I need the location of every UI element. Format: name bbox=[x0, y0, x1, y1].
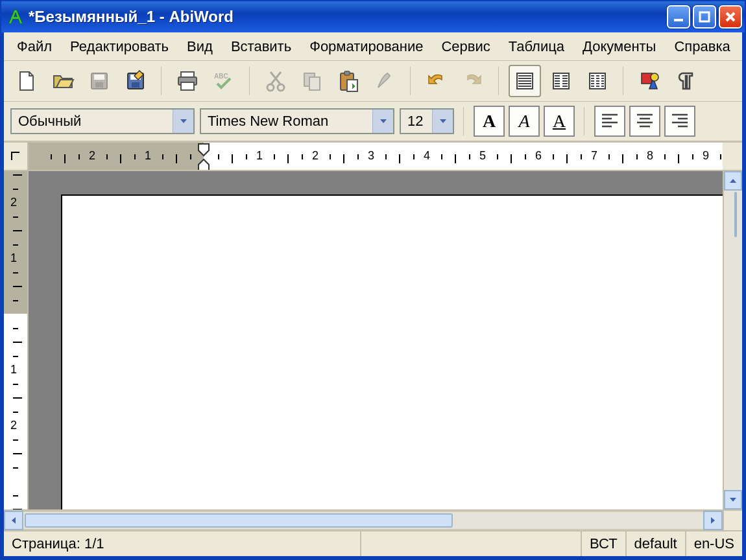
open-button[interactable] bbox=[47, 65, 79, 97]
vertical-scrollbar[interactable] bbox=[723, 171, 742, 509]
chevron-down-icon[interactable] bbox=[372, 110, 393, 133]
save-button[interactable] bbox=[83, 65, 115, 97]
scroll-left-button[interactable] bbox=[4, 511, 23, 530]
toolbar-separator bbox=[584, 107, 585, 135]
indent-marker[interactable] bbox=[197, 143, 210, 170]
columns-3-button[interactable] bbox=[581, 65, 614, 97]
app-chrome: Файл Редактировать Вид Вставить Форматир… bbox=[0, 32, 746, 560]
paragraph-marks-button[interactable] bbox=[669, 65, 702, 97]
paste-button[interactable] bbox=[332, 65, 365, 97]
ruler-number: 1 bbox=[10, 363, 17, 377]
ruler-tick bbox=[357, 154, 359, 159]
toolbar-separator bbox=[623, 67, 624, 95]
vertical-ruler[interactable]: 2112 bbox=[4, 171, 29, 509]
ruler-tick bbox=[13, 174, 22, 176]
titlebar: *Безымянный_1 - AbiWord bbox=[0, 0, 746, 32]
status-language[interactable]: en-US bbox=[686, 531, 742, 556]
ruler-tick bbox=[190, 154, 191, 159]
columns-2-button[interactable] bbox=[545, 65, 577, 97]
ruler-tick bbox=[664, 154, 666, 159]
menu-format[interactable]: Форматирование bbox=[300, 34, 432, 59]
toolbar-separator bbox=[463, 107, 464, 135]
menu-file[interactable]: Файл bbox=[8, 34, 61, 59]
ruler-tick bbox=[455, 154, 456, 163]
maximize-button[interactable] bbox=[693, 5, 716, 29]
ruler-number: 1 bbox=[10, 251, 17, 265]
ruler-tick bbox=[622, 154, 623, 163]
spellcheck-button[interactable]: ABC bbox=[208, 65, 240, 97]
cut-button[interactable] bbox=[259, 65, 292, 97]
svg-marker-68 bbox=[199, 159, 209, 170]
close-button[interactable] bbox=[719, 5, 742, 29]
ruler-tick bbox=[13, 439, 18, 441]
new-button[interactable] bbox=[10, 65, 43, 97]
scroll-down-button[interactable] bbox=[724, 490, 742, 509]
horizontal-ruler[interactable]: 2112345678910 bbox=[29, 143, 723, 170]
minimize-button[interactable] bbox=[667, 5, 690, 29]
ruler-tick bbox=[13, 244, 18, 246]
scroll-thumb[interactable] bbox=[734, 192, 737, 237]
document-row: 2112 bbox=[4, 171, 742, 509]
toolbar-separator bbox=[410, 67, 411, 95]
align-left-button[interactable] bbox=[594, 106, 625, 137]
scroll-thumb[interactable] bbox=[25, 513, 453, 528]
ruler-tick bbox=[13, 189, 18, 190]
ruler-tick bbox=[274, 154, 275, 159]
format-painter-button[interactable] bbox=[368, 65, 401, 97]
workspace: 2112345678910 2112 bbox=[4, 141, 742, 530]
scroll-right-button[interactable] bbox=[703, 511, 723, 530]
ruler-tick bbox=[343, 154, 344, 163]
scroll-up-button[interactable] bbox=[724, 171, 742, 191]
menu-documents[interactable]: Документы bbox=[573, 34, 665, 59]
status-insert-mode[interactable]: ВСТ bbox=[582, 531, 627, 556]
ruler-number: 9 bbox=[703, 149, 709, 163]
ruler-tick bbox=[246, 154, 247, 159]
chevron-down-icon[interactable] bbox=[173, 110, 193, 133]
ruler-number: 1 bbox=[145, 149, 151, 163]
svg-text:ABC: ABC bbox=[214, 73, 228, 80]
align-right-button[interactable] bbox=[664, 106, 695, 137]
scroll-corner bbox=[723, 511, 742, 530]
style-combo[interactable]: Обычный bbox=[10, 108, 195, 134]
ruler-tick bbox=[13, 286, 22, 287]
font-combo-value: Times New Roman bbox=[201, 113, 372, 130]
print-button[interactable] bbox=[171, 65, 204, 97]
menu-edit[interactable]: Редактировать bbox=[61, 34, 178, 59]
horizontal-scrollbar[interactable] bbox=[4, 511, 723, 530]
font-size-combo-value: 12 bbox=[401, 113, 432, 130]
ruler-tick bbox=[13, 453, 22, 454]
menu-table[interactable]: Таблица bbox=[499, 34, 573, 59]
ruler-tick bbox=[525, 154, 526, 159]
format-toolbar: Обычный Times New Roman 12 А А А bbox=[4, 102, 742, 141]
ruler-number: 3 bbox=[368, 149, 374, 163]
underline-button[interactable]: А bbox=[544, 106, 575, 137]
copy-button[interactable] bbox=[296, 65, 328, 97]
menu-tools[interactable]: Сервис bbox=[432, 34, 499, 59]
font-combo[interactable]: Times New Roman bbox=[200, 108, 394, 134]
redo-button[interactable] bbox=[457, 65, 489, 97]
menu-help[interactable]: Справка bbox=[665, 34, 739, 59]
save-as-button[interactable] bbox=[119, 65, 152, 97]
italic-button[interactable]: А bbox=[509, 106, 540, 137]
menu-view[interactable]: Вид bbox=[178, 34, 222, 59]
ruler-tick bbox=[636, 154, 638, 159]
menu-insert[interactable]: Вставить bbox=[222, 34, 300, 59]
ruler-number: 6 bbox=[535, 149, 542, 163]
shapes-button[interactable] bbox=[633, 65, 666, 97]
columns-1-button[interactable] bbox=[509, 65, 541, 97]
status-style[interactable]: default bbox=[627, 531, 686, 556]
document-page[interactable] bbox=[61, 194, 723, 509]
ruler-number: 1 bbox=[256, 149, 263, 163]
ruler-tick bbox=[51, 154, 52, 159]
font-size-combo[interactable]: 12 bbox=[400, 108, 454, 134]
bold-button[interactable]: А bbox=[474, 106, 505, 137]
undo-button[interactable] bbox=[420, 65, 453, 97]
ruler-corner[interactable] bbox=[4, 143, 29, 170]
ruler-tick bbox=[385, 154, 387, 159]
ruler-tick bbox=[232, 154, 233, 163]
document-area[interactable] bbox=[29, 171, 723, 509]
ruler-tick bbox=[13, 342, 22, 343]
chevron-down-icon[interactable] bbox=[432, 110, 453, 133]
scroll-track[interactable] bbox=[23, 511, 703, 530]
align-center-button[interactable] bbox=[629, 106, 660, 137]
